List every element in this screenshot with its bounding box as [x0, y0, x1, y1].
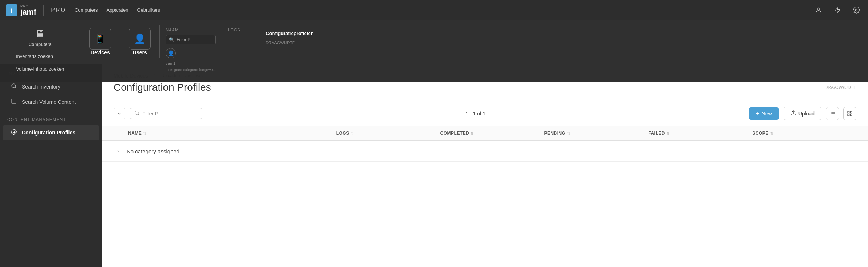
overlay-no-category: Er is geen categorie toegewe...	[166, 68, 216, 72]
main-content: Mobile Devices Uploaden van van Configur…	[102, 64, 868, 267]
overlay-inventaris-section: 🖥 Computers Inventaris zoeken Volume-inh…	[0, 25, 80, 78]
svg-rect-17	[850, 111, 852, 113]
record-count: 1 - 1 of 1	[207, 111, 744, 117]
svg-point-0	[817, 8, 820, 10]
user-icon-btn[interactable]	[813, 4, 824, 16]
collapse-btn[interactable]	[114, 108, 125, 119]
toolbar: 1 - 1 of 1 + New Upload	[102, 101, 868, 126]
sort-logs-icon: ⇅	[351, 131, 354, 136]
new-label: New	[762, 111, 772, 117]
overlay-logs-col: LOGS	[222, 25, 251, 35]
settings-icon-btn[interactable]	[851, 4, 862, 16]
svg-rect-19	[848, 114, 849, 116]
overlay-user-row: 👤	[166, 48, 216, 58]
filter-search-icon	[134, 110, 139, 117]
svg-rect-4	[12, 99, 16, 103]
svg-rect-18	[850, 114, 852, 116]
search-inventory-label: Search Inventory	[22, 84, 60, 90]
users-icon[interactable]: 👤	[129, 28, 151, 50]
filter-search-box[interactable]	[130, 108, 202, 119]
list-view-btn[interactable]	[826, 107, 839, 120]
grid-view-btn[interactable]	[843, 107, 856, 120]
nav-tab-apparaten[interactable]: Apparaten	[107, 6, 128, 15]
logo-name: jamf	[20, 8, 36, 16]
group-row-no-category[interactable]: No category assigned	[102, 141, 868, 161]
expand-group-btn[interactable]	[114, 147, 122, 156]
overlay-volume-item[interactable]: Volume-inhoud zoeken	[7, 63, 73, 75]
filter-placeholder-text: Filter Pr	[177, 37, 192, 42]
col-completed[interactable]: COMPLETED ⇅	[440, 131, 544, 136]
content-management-header: CONTENT MANAGEMENT	[0, 110, 102, 125]
col-failed-label: FAILED	[648, 131, 665, 136]
logo: j PRO jamf PRO	[6, 4, 66, 16]
filter-input[interactable]	[142, 111, 198, 117]
config-icon	[10, 129, 17, 136]
draagwijdte-label: DRAAGWIJDTE	[825, 85, 856, 90]
volume-icon	[10, 98, 17, 106]
filter-search-icon: 🔍	[169, 37, 174, 42]
col-logs[interactable]: LOGS ⇅	[336, 131, 440, 136]
group-name-label: No category assigned	[127, 148, 179, 154]
search-icon	[10, 83, 17, 90]
overlay-devices-section: 📱 Devices	[80, 25, 120, 66]
logs-col-header: LOGS	[228, 28, 245, 32]
sort-name-icon: ⇅	[143, 131, 146, 136]
page-title: Configuration Profiles	[114, 82, 211, 93]
col-scope-label: SCOPE	[752, 131, 769, 136]
sort-pending-icon: ⇅	[567, 131, 570, 136]
table-header: NAME ⇅ LOGS ⇅ COMPLETED ⇅ PENDING ⇅ FAIL…	[102, 126, 868, 141]
col-name-label: NAME	[128, 131, 142, 136]
sidebar: INVENTORY Search Inventory Search Volume…	[0, 64, 102, 267]
page-title-row: Configuration Profiles DRAAGWIJDTE	[114, 82, 856, 101]
logo-pro-label: PRO	[51, 7, 66, 13]
col-pending[interactable]: PENDING ⇅	[544, 131, 648, 136]
main-layout: INVENTORY Search Inventory Search Volume…	[0, 64, 868, 267]
new-button[interactable]: + New	[749, 107, 779, 120]
overlay-draagwijdte: DRAAGWIJDTE	[257, 40, 322, 45]
config-profiles-label: Configuration Profiles	[22, 130, 75, 136]
svg-point-2	[12, 84, 16, 88]
filter-input-overlay[interactable]: 🔍 Filter Pr	[166, 35, 216, 44]
upload-button[interactable]: Upload	[784, 107, 821, 120]
logo-divider	[43, 5, 44, 16]
computers-icon: 🖥	[35, 28, 45, 40]
upload-icon	[790, 110, 796, 117]
main-nav-tabs: Computers Apparaten Gebruikers	[75, 6, 160, 15]
top-nav-right	[813, 4, 862, 16]
sidebar-item-config-profiles[interactable]: Configuration Profiles	[3, 125, 99, 140]
devices-icon[interactable]: 📱	[89, 28, 111, 50]
lightning-icon-btn[interactable]	[832, 4, 843, 16]
sort-failed-icon: ⇅	[666, 131, 670, 136]
col-name[interactable]: NAME ⇅	[128, 131, 336, 136]
overlay-avatar: 👤	[166, 48, 176, 58]
sidebar-item-search-volume[interactable]: Search Volume Content	[3, 95, 99, 109]
sort-completed-icon: ⇅	[471, 131, 474, 136]
svg-line-3	[15, 87, 16, 88]
nav-tab-computers[interactable]: Computers	[75, 6, 98, 15]
col-completed-label: COMPLETED	[440, 131, 469, 136]
overlay-inventaris-item[interactable]: Inventaris zoeken	[7, 51, 73, 62]
svg-line-8	[138, 114, 139, 115]
col-pending-label: PENDING	[544, 131, 565, 136]
overlay-users-section: 👤 Users	[120, 25, 160, 58]
computers-label: Computers	[28, 42, 51, 47]
svg-rect-16	[848, 111, 849, 113]
nav-tab-gebruikers[interactable]: Gebruikers	[137, 6, 160, 15]
overlay-name-col: NAAM 🔍 Filter Pr 👤 van 1 Er is geen cate…	[160, 25, 222, 75]
overlay-config-section: Configuratieprofielen DRAAGWIJDTE	[251, 25, 328, 48]
col-logs-label: LOGS	[336, 131, 349, 136]
top-navigation: j PRO jamf PRO Computers Apparaten Gebru…	[0, 0, 868, 20]
header-right: DRAAGWIJDTE	[825, 85, 856, 90]
search-volume-label: Search Volume Content	[22, 99, 76, 105]
sort-scope-icon: ⇅	[770, 131, 773, 136]
users-label: Users	[133, 50, 147, 55]
svg-point-6	[13, 131, 15, 133]
config-profiles-link[interactable]: Configuratieprofielen	[257, 28, 322, 39]
col-scope[interactable]: SCOPE ⇅	[752, 131, 856, 136]
col-checkbox	[114, 131, 128, 136]
overlay-range: van 1	[166, 61, 216, 66]
svg-point-1	[856, 9, 857, 11]
upload-label: Upload	[798, 111, 815, 117]
col-failed[interactable]: FAILED ⇅	[648, 131, 752, 136]
naam-col-header: NAAM	[166, 28, 216, 32]
